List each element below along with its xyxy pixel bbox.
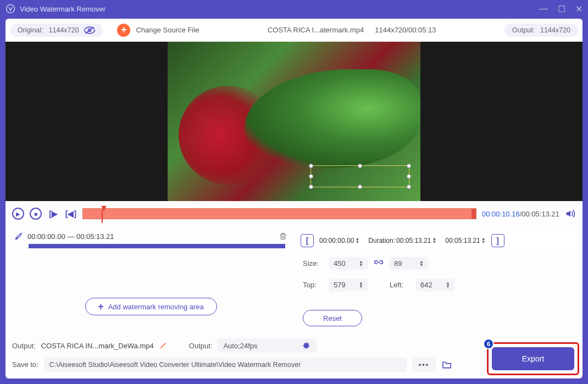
add-source-button[interactable]: + — [117, 24, 130, 37]
resize-handle[interactable] — [309, 164, 313, 168]
next-frame-button[interactable]: [◀] — [65, 208, 77, 220]
playhead-marker[interactable]: ▼ — [99, 203, 108, 213]
original-res: 1144x720 — [49, 26, 79, 34]
topbar: Original: 1144x720 + Change Source File … — [5, 19, 583, 42]
step-badge: 6 — [483, 338, 494, 349]
total-time: 00:05:13.21 — [522, 210, 559, 218]
format-label: Output: — [189, 342, 213, 350]
watermark-selection-box[interactable] — [310, 165, 409, 187]
spinner-icon[interactable]: ▲▼ — [359, 282, 363, 288]
maximize-button[interactable]: ☐ — [558, 4, 565, 14]
current-filename: COSTA RICA I...atermark.mp4 — [268, 26, 364, 34]
clip-range-text: 00:00:00.00 — 00:05:13.21 — [27, 232, 274, 241]
file-meta: 1144x720/00:05:13 — [375, 26, 436, 34]
spinner-icon[interactable]: ▲▼ — [446, 282, 450, 288]
clips-panel: 00:00:00.00 — 00:05:13.21 + Add watermar… — [12, 230, 290, 335]
set-start-button[interactable]: [ — [301, 234, 314, 247]
output-filename: COSTA RICA IN...mark_DeWa.mp4 — [41, 342, 154, 350]
output-file-label: Output: — [12, 342, 36, 350]
export-highlight: 6 Export — [487, 342, 579, 375]
height-input[interactable]: 89 ▲▼ — [390, 257, 428, 270]
size-row: Size: 450 ▲▼ 89 ▲▼ — [298, 256, 576, 271]
position-row: Top: 579 ▲▼ Left: 642 ▲▼ — [298, 277, 576, 292]
save-path-field[interactable]: C:\Aiseesoft Studio\Aiseesoft Video Conv… — [44, 358, 407, 372]
open-folder-icon[interactable] — [441, 360, 452, 369]
volume-icon[interactable] — [565, 209, 576, 219]
video-preview[interactable] — [5, 42, 583, 201]
close-button[interactable]: ✕ — [575, 4, 583, 14]
titlebar: Video Watermark Remover — ☐ ✕ — [0, 0, 588, 18]
bottom-bar: Output: COSTA RICA IN...mark_DeWa.mp4 Ou… — [5, 335, 583, 379]
resize-handle[interactable] — [407, 185, 411, 189]
clip-progress-bar — [29, 244, 285, 248]
format-select[interactable]: Auto;24fps — [218, 338, 317, 353]
play-button[interactable]: ▶ — [12, 208, 24, 220]
link-aspect-icon[interactable] — [374, 260, 383, 268]
save-to-label: Save to: — [12, 360, 38, 369]
original-resolution-pill: Original: 1144x720 — [10, 24, 103, 37]
time-range-row: [ 00:00:00.00 ▲▼ Duration:00:05:13.21 ▲▼… — [298, 232, 576, 249]
size-label: Size: — [303, 259, 323, 268]
properties-panel: [ 00:00:00.00 ▲▼ Duration:00:05:13.21 ▲▼… — [298, 230, 576, 335]
original-label: Original: — [18, 26, 43, 34]
playback-controls: ▶ ■ [▶ [◀] ▼ 00:00:10.16/00:05:13.21 — [5, 201, 583, 226]
reset-button[interactable]: Reset — [303, 310, 362, 326]
export-button[interactable]: Export — [492, 347, 574, 370]
svg-point-0 — [7, 5, 15, 13]
resize-handle[interactable] — [358, 164, 362, 168]
resize-handle[interactable] — [358, 185, 362, 189]
prev-frame-button[interactable]: [▶ — [47, 208, 59, 220]
output-res: 1144x720 — [540, 26, 570, 34]
top-label: Top: — [303, 281, 323, 289]
set-end-button[interactable]: ] — [491, 234, 504, 247]
left-label: Left: — [390, 281, 409, 289]
resize-handle[interactable] — [309, 185, 313, 189]
resize-handle[interactable] — [407, 174, 411, 179]
add-watermark-area-button[interactable]: + Add watermark removing area — [85, 298, 217, 315]
left-input[interactable]: 642 ▲▼ — [416, 279, 454, 291]
spinner-icon[interactable]: ▲▼ — [419, 260, 424, 267]
spinner-icon[interactable]: ▲▼ — [432, 237, 436, 244]
width-input[interactable]: 450 ▲▼ — [329, 257, 368, 270]
rename-icon[interactable] — [159, 342, 167, 349]
app-title: Video Watermark Remover — [20, 5, 106, 13]
duration-input[interactable]: Duration:00:05:13.21 ▲▼ — [365, 236, 440, 246]
gear-icon[interactable] — [302, 341, 311, 350]
clip-row[interactable]: 00:00:00.00 — 00:05:13.21 — [12, 230, 290, 243]
resize-handle[interactable] — [309, 174, 313, 179]
output-label: Output: — [512, 26, 535, 34]
top-input[interactable]: 579 ▲▼ — [329, 279, 368, 291]
time-display: 00:00:10.16/00:05:13.21 — [482, 210, 559, 218]
svg-point-4 — [16, 238, 18, 240]
brush-icon — [14, 232, 23, 241]
resize-handle[interactable] — [407, 164, 411, 168]
spinner-icon[interactable]: ▲▼ — [481, 237, 486, 244]
app-logo-icon — [5, 4, 15, 14]
preview-toggle-icon[interactable] — [84, 26, 95, 34]
current-time: 00:00:10.16 — [482, 210, 520, 218]
stop-button[interactable]: ■ — [30, 208, 42, 220]
output-resolution-pill: Output: 1144x720 — [504, 24, 578, 37]
minimize-button[interactable]: — — [539, 4, 548, 14]
change-source-label[interactable]: Change Source File — [136, 26, 199, 34]
spinner-icon[interactable]: ▲▼ — [355, 237, 359, 244]
browse-button[interactable]: ••• — [412, 357, 436, 372]
delete-clip-icon[interactable] — [279, 232, 287, 241]
timeline-slider[interactable]: ▼ — [82, 208, 476, 219]
end-time-input[interactable]: 00:05:13.21 ▲▼ — [442, 236, 489, 246]
start-time-input[interactable]: 00:00:00.00 ▲▼ — [316, 236, 363, 246]
spinner-icon[interactable]: ▲▼ — [359, 260, 363, 267]
